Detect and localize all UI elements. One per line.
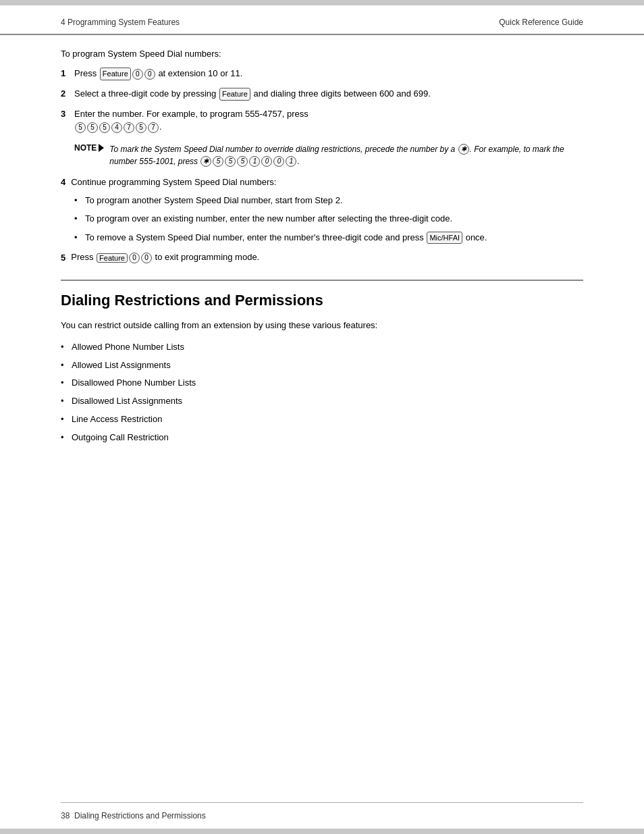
digit-5c: 5 (99, 122, 110, 133)
feature-item-2: Allowed List Assignments (61, 359, 583, 373)
step-3: 3 Enter the number. For example, to prog… (61, 107, 583, 134)
step-1: 1 Press Feature00 at extension 10 or 11. (61, 67, 583, 80)
zero-key-5b: 0 (141, 253, 152, 263)
steps-list: 1 Press Feature00 at extension 10 or 11.… (61, 67, 583, 134)
digit-7a: 7 (124, 122, 134, 133)
header-guide-title: Quick Reference Guide (499, 18, 583, 27)
note-star: ✱ (200, 156, 211, 167)
feature-item-4: Disallowed List Assignments (61, 394, 583, 409)
step-3-text: Enter the number. For example, to progra… (74, 109, 308, 132)
note-5b: 5 (225, 156, 236, 167)
step-4-container: 4 Continue programming System Speed Dial… (61, 177, 583, 244)
note-5a: 5 (213, 156, 223, 167)
step-4-num: 4 (61, 177, 65, 187)
bullet-1: To program another System Speed Dial num… (74, 194, 583, 207)
feature-key-5: Feature (97, 253, 128, 263)
step-5-num: 5 (61, 253, 65, 263)
page-header: 4 Programming System Features Quick Refe… (0, 5, 644, 35)
star-key: ✱ (458, 144, 469, 155)
digit-7b: 7 (148, 122, 159, 133)
feature-item-6: Outgoing Call Restriction (61, 431, 583, 445)
section-divider (61, 280, 583, 281)
feature-item-3: Disallowed Phone Number Lists (61, 376, 583, 390)
feature-list: Allowed Phone Number Lists Allowed List … (61, 340, 583, 445)
step-2-text: Select a three-digit code by pressing Fe… (74, 88, 431, 99)
note-block: NOTE To mark the System Speed Dial numbe… (74, 143, 583, 167)
feature-item-5: Line Access Restriction (61, 413, 583, 427)
footer: 38 Dialing Restrictions and Permissions (0, 803, 644, 829)
zero-key-1a: 0 (132, 69, 143, 80)
feature-key-2: Feature (219, 88, 250, 101)
intro-text: To program System Speed Dial numbers: (61, 49, 583, 59)
note-arrow-icon (99, 144, 104, 152)
step-4-row: 4 Continue programming System Speed Dial… (61, 177, 583, 187)
step-4-text: Continue programming System Speed Dial n… (71, 177, 276, 187)
footer-page-num: 38 (61, 811, 70, 820)
note-1a: 1 (249, 156, 260, 167)
bullet-3: To remove a System Speed Dial number, en… (74, 231, 583, 244)
step-3-num: 3 (61, 107, 65, 121)
digit-5b: 5 (87, 122, 98, 133)
note-5c: 5 (237, 156, 248, 167)
step-4-bullets: To program another System Speed Dial num… (74, 194, 583, 244)
step-2-num: 2 (61, 87, 65, 101)
note-label: NOTE (74, 143, 104, 153)
header-chapter: 4 Programming System Features (61, 18, 180, 27)
step-1-num: 1 (61, 67, 65, 80)
step-4-bullet-list: To program another System Speed Dial num… (74, 194, 583, 244)
feature-key-1: Feature (100, 68, 131, 80)
bottom-area: 38 Dialing Restrictions and Permissions (0, 802, 644, 835)
note-1b: 1 (286, 156, 296, 167)
note-0b: 0 (273, 156, 284, 167)
section-heading: Dialing Restrictions and Permissions (61, 292, 583, 309)
note-0a: 0 (261, 156, 272, 167)
footer-section-title: Dialing Restrictions and Permissions (74, 811, 206, 820)
mic-hfai-key: Mic/HFAI (427, 232, 462, 244)
digit-4: 4 (111, 122, 122, 133)
digit-5a: 5 (75, 122, 86, 133)
step-5-text: Press Feature00 to exit programming mode… (71, 252, 259, 263)
page: 4 Programming System Features Quick Refe… (0, 0, 644, 834)
zero-key-5a: 0 (129, 253, 140, 263)
zero-key-1b: 0 (144, 69, 155, 80)
section-intro: You can restrict outside calling from an… (61, 319, 583, 332)
bottom-gray-bar (0, 829, 644, 834)
step-1-text: Press Feature00 at extension 10 or 11. (74, 68, 242, 78)
top-bar (0, 0, 644, 5)
bullet-2: To program over an existing number, ente… (74, 212, 583, 226)
main-content: To program System Speed Dial numbers: 1 … (0, 35, 644, 472)
digit-5d: 5 (136, 122, 146, 133)
note-text: To mark the System Speed Dial number to … (109, 143, 583, 167)
step-2: 2 Select a three-digit code by pressing … (61, 87, 583, 101)
step-5: 5 Press Feature00 to exit programming mo… (61, 252, 583, 263)
feature-item-1: Allowed Phone Number Lists (61, 340, 583, 355)
